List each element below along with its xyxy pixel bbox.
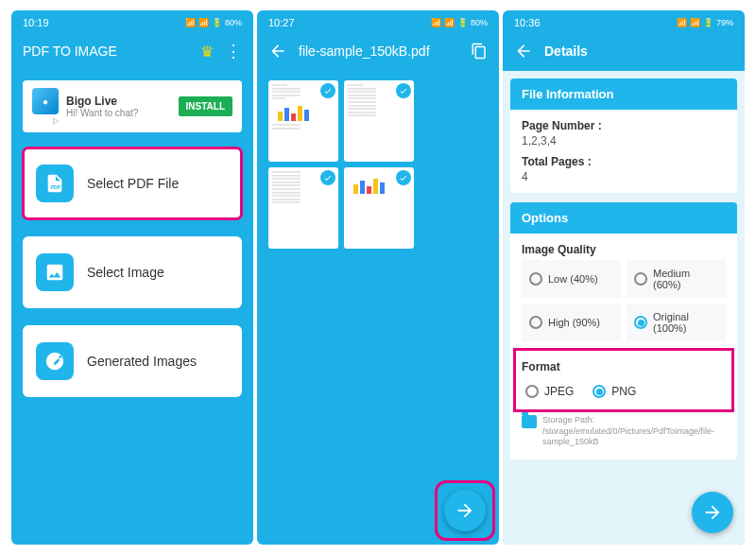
status-time: 10:19 [23, 17, 49, 28]
quality-low[interactable]: Low (40%) [522, 260, 621, 298]
storage-path-text: Storage Path: /storage/emulated/0/Pictur… [542, 415, 726, 448]
folder-icon [522, 415, 537, 428]
file-info-card: File Information Page Number : 1,2,3,4 T… [510, 78, 737, 193]
next-fab-highlight [440, 486, 490, 535]
appbar-title: Details [544, 43, 733, 59]
total-pages-label: Total Pages : [522, 155, 726, 168]
ad-title: Bigo Live [66, 95, 171, 108]
app-bar: PDF TO IMAGE ♛ ⋮ [11, 31, 253, 71]
format-options: JPEG PNG [522, 377, 726, 406]
check-icon [396, 170, 411, 185]
page-thumb-2[interactable]: ━━━━━━━━━━━━━━━━━━━━━━━━━━━━━━━━━━━━━━━━… [344, 80, 414, 162]
status-bar: 10:27 📶📶🔋80% [257, 10, 499, 31]
check-icon [396, 83, 411, 98]
next-fab[interactable] [444, 490, 486, 531]
check-icon [320, 170, 335, 185]
ad-text: Bigo Live Hi! Want to chat? [59, 95, 179, 118]
back-icon[interactable] [514, 42, 533, 61]
premium-icon[interactable]: ♛ [200, 43, 214, 61]
quality-medium[interactable]: Medium (60%) [627, 260, 726, 298]
quality-high[interactable]: High (90%) [522, 304, 621, 341]
page-thumb-3[interactable]: ━━━━━━━━━━━━━━━━━━━━━━━━━━━━━━━━━━━━━━━━… [268, 167, 338, 249]
page-thumb-1[interactable]: ━━━━━━━━━━━━━━━━━━━━━━━━━━━━━━━━━━━━━━━━… [268, 80, 338, 162]
format-jpeg[interactable]: JPEG [525, 385, 574, 398]
screen-pages: 10:27 📶📶🔋80% file-sample_150kB.pdf ━━━━━… [257, 10, 499, 545]
select-image-label: Select Image [87, 265, 164, 280]
back-icon[interactable] [268, 42, 287, 61]
format-section-highlight: Format JPEG PNG [514, 349, 733, 411]
select-pdf-button[interactable]: PDF Select PDF File [23, 147, 242, 219]
page-thumbnails: ━━━━━━━━━━━━━━━━━━━━━━━━━━━━━━━━━━━━━━━━… [268, 80, 488, 249]
convert-fab[interactable] [692, 492, 733, 533]
appbar-title: file-sample_150kB.pdf [299, 43, 459, 59]
overflow-menu-icon[interactable]: ⋮ [225, 46, 242, 56]
page-number-label: Page Number : [522, 119, 726, 132]
page-thumb-4[interactable] [344, 167, 414, 249]
page-number-value: 1,2,3,4 [522, 134, 726, 147]
generated-images-label: Generated Images [87, 354, 197, 369]
total-pages-value: 4 [522, 170, 726, 183]
pdf-icon: PDF [36, 165, 74, 202]
generated-images-button[interactable]: Generated Images [23, 325, 242, 397]
file-info-header: File Information [510, 78, 737, 110]
format-label: Format [522, 360, 726, 373]
screen-home: 10:19 📶📶🔋80% PDF TO IMAGE ♛ ⋮ ● ▷ Bigo L… [11, 10, 253, 545]
status-bar: 10:19 📶📶🔋80% [11, 10, 253, 31]
svg-text:PDF: PDF [50, 184, 61, 190]
select-all-icon[interactable] [471, 43, 488, 60]
screen-details: 10:36 📶📶🔋79% Details File Information Pa… [503, 10, 745, 545]
status-icons: 📶📶🔋79% [677, 18, 733, 27]
format-png[interactable]: PNG [593, 385, 636, 398]
status-icons: 📶📶🔋80% [185, 18, 242, 27]
ad-banner[interactable]: ● ▷ Bigo Live Hi! Want to chat? INSTALL [23, 80, 242, 132]
home-content: ● ▷ Bigo Live Hi! Want to chat? INSTALL … [11, 71, 253, 545]
app-bar: file-sample_150kB.pdf [257, 31, 499, 71]
status-icons: 📶📶🔋80% [431, 18, 488, 27]
select-pdf-label: Select PDF File [87, 176, 179, 191]
image-quality-label: Image Quality [522, 243, 726, 256]
pages-content: ━━━━━━━━━━━━━━━━━━━━━━━━━━━━━━━━━━━━━━━━… [257, 71, 499, 545]
status-time: 10:36 [514, 17, 541, 28]
quality-options: Low (40%) Medium (60%) High (90%) Origin… [522, 260, 726, 341]
check-icon [320, 83, 335, 98]
details-content: File Information Page Number : 1,2,3,4 T… [503, 71, 745, 545]
ad-app-icon: ● [32, 88, 59, 114]
select-image-button[interactable]: Select Image [23, 236, 242, 308]
appbar-title: PDF TO IMAGE [23, 43, 189, 59]
image-icon [36, 253, 74, 291]
ad-subtitle: Hi! Want to chat? [66, 108, 171, 118]
quality-original[interactable]: Original (100%) [627, 304, 726, 341]
ad-install-button[interactable]: INSTALL [179, 96, 232, 116]
storage-path-row: Storage Path: /storage/emulated/0/Pictur… [510, 411, 737, 460]
status-bar: 10:36 📶📶🔋79% [503, 10, 745, 31]
generated-icon [36, 342, 74, 380]
options-header: Options [510, 202, 737, 234]
options-card: Options Image Quality Low (40%) Medium (… [510, 202, 737, 460]
app-bar: Details [503, 31, 745, 71]
ad-badge: ▷ [53, 116, 59, 125]
status-time: 10:27 [268, 17, 295, 28]
